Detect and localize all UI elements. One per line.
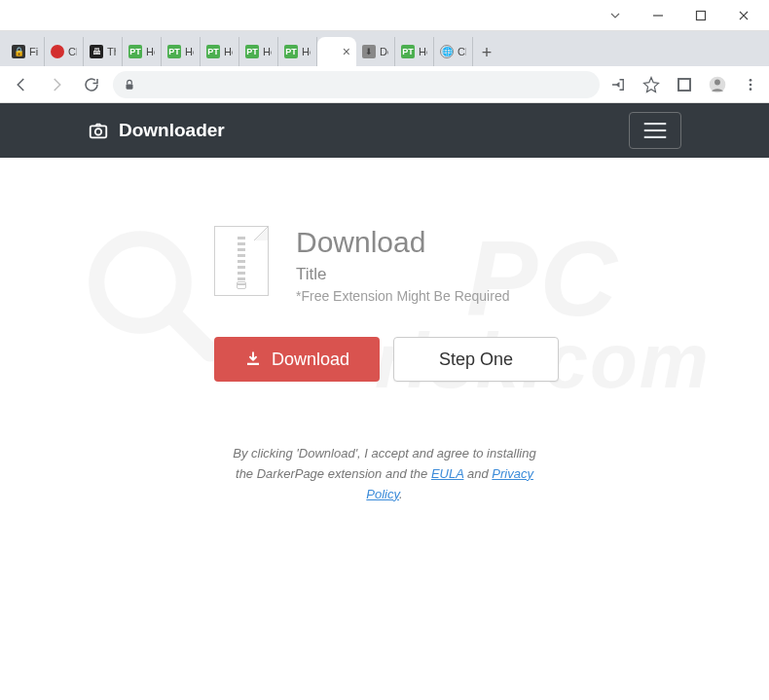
browser-tab[interactable]: 🖶Th [84,37,123,66]
profile-button[interactable] [707,74,728,95]
browser-tab[interactable]: ⬇Do [356,37,395,66]
forward-button[interactable] [43,71,70,98]
tab-favicon: 🔒 [12,45,25,58]
browser-tabstrip: 🔒Fil Cl 🖶Th PTHo PTHo PTHo PTHo PTHo × ⬇… [0,31,769,66]
brand-label: Downloader [119,120,225,141]
reload-button[interactable] [78,71,105,98]
globe-icon: 🌐 [440,45,454,58]
menu-button[interactable] [740,74,761,95]
back-button[interactable] [8,71,35,98]
browser-tab-active[interactable]: × [317,37,356,66]
site-navbar: Downloader [0,103,769,158]
tab-label: Cl [68,46,77,57]
download-button[interactable]: Download [214,337,380,382]
tab-label: Ho [419,46,427,57]
browser-toolbar [0,66,769,103]
tab-label: Ho [185,46,194,57]
tab-favicon [51,45,64,58]
legal-text: By clicking 'Download', I accept and agr… [88,444,681,504]
nav-toggle-button[interactable] [629,112,681,149]
tab-favicon: PT [128,45,142,58]
window-maximize-button[interactable] [679,2,722,29]
browser-tab[interactable]: PTHo [162,37,201,66]
hero: Download Title *Free Extension Might Be … [214,226,681,304]
camera-icon [88,120,109,141]
browser-tab[interactable]: PTHo [278,37,317,66]
svg-rect-1 [697,11,706,19]
tab-favicon: 🖶 [90,45,103,58]
hero-meta: Download Title *Free Extension Might Be … [296,226,509,304]
new-tab-button[interactable]: + [473,39,500,66]
svg-rect-11 [91,126,107,137]
tab-label: Ho [224,46,233,57]
legal-and: and [467,466,492,481]
svg-point-12 [95,129,101,134]
page-content: PC risk.com Downloader Download Title *F… [0,103,769,700]
share-button[interactable] [607,74,629,95]
hero-title: Title [296,265,509,284]
download-icon [244,350,262,368]
site-brand[interactable]: Downloader [88,120,225,141]
browser-tab[interactable]: 🌐Ch [434,37,473,66]
svg-rect-2 [127,84,133,89]
tab-label: Th [107,46,116,57]
tab-label: Do [380,46,388,57]
tab-favicon: PT [401,45,415,58]
tab-favicon: PT [245,45,259,58]
extensions-button[interactable] [674,74,695,95]
browser-tab[interactable]: 🔒Fil [6,37,45,66]
bookmark-button[interactable] [641,74,662,95]
tab-favicon: PT [167,45,181,58]
step-one-label: Step One [439,350,513,370]
hero-heading: Download [296,226,509,259]
tab-label: Ho [146,46,155,57]
tab-favicon: PT [206,45,220,58]
browser-tab[interactable]: PTHo [239,37,278,66]
svg-point-7 [750,83,752,86]
browser-tab[interactable]: PTHo [201,37,239,66]
legal-suffix: . [399,487,403,501]
tab-label: Ch [458,46,466,57]
button-row: Download Step One [214,337,681,382]
step-one-button[interactable]: Step One [393,337,559,382]
browser-tab[interactable]: PTHo [123,37,162,66]
svg-rect-3 [678,79,690,91]
tab-label: Ho [263,46,272,57]
hero-note: *Free Extension Might Be Required [296,288,509,304]
address-bar[interactable] [113,71,600,98]
tab-favicon: PT [284,45,298,58]
tab-favicon: ⬇ [362,45,376,58]
browser-tab[interactable]: Cl [45,37,84,66]
tabs-dropdown-button[interactable] [594,2,637,29]
eula-link[interactable]: EULA [431,466,463,481]
window-minimize-button[interactable] [637,2,679,29]
svg-point-6 [750,79,752,82]
download-button-label: Download [272,350,349,370]
zip-file-icon [214,226,269,296]
main-area: Download Title *Free Extension Might Be … [0,158,769,504]
close-icon[interactable]: × [343,44,350,59]
window-close-button[interactable] [722,2,765,29]
browser-tab[interactable]: PTHo [395,37,434,66]
svg-point-5 [714,79,720,85]
lock-icon [123,78,136,92]
window-titlebar [0,0,769,31]
tab-label: Fil [29,46,38,57]
tab-label: Ho [302,46,311,57]
svg-point-8 [750,88,752,91]
